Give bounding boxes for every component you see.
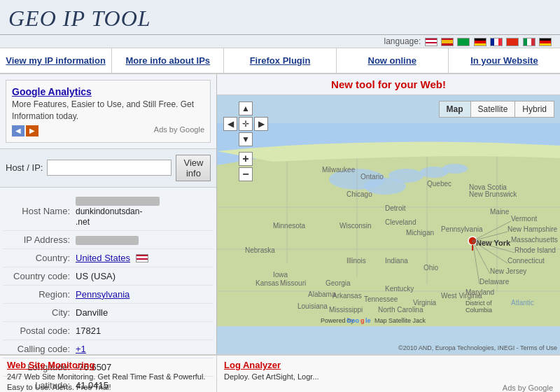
ad-title[interactable]: Google Analytics (12, 86, 204, 97)
svg-text:Nebraska: Nebraska (245, 246, 275, 254)
language-bar: language: (0, 35, 560, 48)
host-ip-row: Host / IP: View info (0, 148, 216, 188)
svg-text:Kentucky: Kentucky (385, 285, 414, 293)
svg-text:Columbia: Columbia (465, 307, 492, 314)
svg-text:Missouri: Missouri (280, 279, 306, 287)
svg-text:Georgia: Georgia (326, 279, 351, 287)
ip-blurred (76, 236, 139, 245)
info-row-country-code: Country code: US (USA) (3, 267, 214, 286)
svg-text:Map  Satellite  Jack: Map Satellite Jack (374, 317, 426, 324)
bottom-right-text: Deploy. Get ArtSight, Logr... (224, 372, 553, 382)
map-type-map-button[interactable]: Map (440, 102, 471, 117)
nav-item-now-online[interactable]: Now online (337, 48, 449, 73)
map-zoom-out-button[interactable]: − (239, 167, 253, 181)
svg-text:Kansas: Kansas (255, 279, 279, 287)
svg-text:Arkansas: Arkansas (332, 292, 362, 300)
language-label: language: (384, 36, 421, 46)
svg-text:Iowa: Iowa (273, 271, 288, 279)
info-row-region: Region: Pennsylvania (3, 286, 214, 304)
info-row-city: City: Danville (3, 304, 214, 322)
map-ctrl-row-zoom2: − (223, 167, 269, 182)
left-panel: Google Analytics More Features, Easier t… (0, 74, 217, 354)
flag-cn-icon[interactable] (506, 38, 519, 46)
view-info-button[interactable]: View info (176, 155, 211, 181)
country-flag-icon (136, 254, 148, 262)
right-panel: New tool for your Web! Map Satellite Hyb… (217, 74, 560, 354)
bottom-left-title[interactable]: Web Site Monitoring (7, 360, 209, 370)
flag-fr-icon[interactable] (490, 38, 503, 46)
hostname-label: Host Name: (6, 206, 76, 216)
svg-point-5 (442, 164, 468, 174)
country-value: United States (76, 253, 148, 263)
map-ctrl-row-1: ▲ (223, 101, 269, 116)
map-container[interactable]: Map Satellite Hybrid ▲ ◀ ✛ ▶ ▼ (217, 95, 560, 354)
flag-br-icon[interactable] (457, 38, 470, 46)
bottom-left: Web Site Monitoring 24/7 Web Site Monito… (0, 356, 217, 392)
map-recenter-button[interactable]: ✛ (239, 117, 253, 131)
svg-text:Massachusetts: Massachusetts (511, 236, 558, 244)
map-zoom-in-button[interactable]: + (239, 152, 253, 166)
map-ctrl-row-zoom: + (223, 151, 269, 167)
main-content: Google Analytics More Features, Easier t… (0, 74, 560, 354)
ad-nav: ◀ ▶ Ads by Google (12, 125, 204, 136)
svg-text:New Jersey: New Jersey (490, 267, 526, 275)
svg-point-3 (388, 169, 424, 183)
svg-text:Vermont: Vermont (511, 215, 537, 223)
ad-prev-button[interactable]: ◀ (12, 125, 24, 136)
nav-item-firefox[interactable]: Firefox Plugin (224, 48, 336, 73)
flag-de2-icon[interactable] (539, 38, 552, 46)
region-link[interactable]: Pennsylvania (76, 289, 130, 300)
svg-text:New Brunswick: New Brunswick (469, 190, 517, 198)
svg-text:le: le (365, 317, 371, 324)
svg-text:Ontario: Ontario (360, 173, 384, 181)
svg-text:New York: New York (476, 239, 511, 247)
svg-text:Delaware: Delaware (479, 278, 510, 286)
bottom-right-title[interactable]: Log Analyzer (224, 360, 553, 370)
svg-text:Detroit: Detroit (385, 204, 406, 212)
calling-value: +1 (76, 344, 86, 354)
map-pan-left-button[interactable]: ◀ (223, 117, 237, 131)
bottom-panel: Web Site Monitoring 24/7 Web Site Monito… (0, 354, 560, 392)
flag-it-icon[interactable] (523, 38, 536, 46)
svg-text:Illinois: Illinois (346, 257, 366, 265)
svg-text:Cleveland: Cleveland (385, 218, 416, 226)
map-pan-up-button[interactable]: ▲ (239, 102, 253, 115)
ip-label: IP Address: (6, 234, 76, 245)
map-ctrl-row-3: ▼ (223, 132, 269, 147)
ad-box: Google Analytics More Features, Easier t… (6, 80, 211, 143)
svg-text:Pennsylvania: Pennsylvania (441, 225, 483, 233)
svg-text:Indiana: Indiana (385, 257, 408, 265)
svg-text:Rhode Island: Rhode Island (514, 246, 556, 254)
country-label: Country: (6, 253, 76, 263)
flag-us-icon[interactable] (425, 38, 438, 46)
bottom-left-text: 24/7 Web Site Monitoring. Get Real Time … (7, 372, 209, 392)
nav-item-in-website[interactable]: In your Website (449, 48, 560, 73)
nav-item-more-info[interactable]: More info about IPs (112, 48, 224, 73)
country-link[interactable]: United States (76, 253, 130, 263)
country-code-label: Country code: (6, 271, 76, 281)
info-row-ip: IP Address: (3, 231, 214, 249)
calling-label: Calling code: (6, 344, 76, 354)
map-pan-right-button[interactable]: ▶ (254, 117, 268, 131)
ip-value (76, 234, 139, 245)
map-controls: ▲ ◀ ✛ ▶ ▼ + (223, 101, 269, 182)
ad-google-text: Ads by Google (154, 125, 204, 136)
calling-link[interactable]: +1 (76, 344, 86, 354)
postal-value: 17821 (76, 326, 101, 336)
svg-text:Atlantic: Atlantic (511, 299, 534, 307)
host-ip-input[interactable] (47, 160, 172, 176)
map-type-hybrid-button[interactable]: Hybrid (515, 102, 554, 117)
map-type-buttons: Map Satellite Hybrid (439, 101, 554, 118)
bottom-right: Log Analyzer Deploy. Get ArtSight, Logr.… (217, 356, 560, 392)
info-row-postal: Postal code: 17821 (3, 322, 214, 340)
city-value: Danville (76, 307, 108, 318)
flag-de-icon[interactable] (474, 38, 486, 46)
map-pan-down-button[interactable]: ▼ (239, 132, 253, 146)
ad-next-button[interactable]: ▶ (26, 125, 38, 136)
hostname-blurred (76, 197, 160, 206)
map-type-satellite-button[interactable]: Satellite (471, 102, 516, 117)
flag-es-icon[interactable] (441, 38, 454, 46)
svg-text:Alabama: Alabama (308, 290, 336, 298)
nav-item-my-ip[interactable]: View my IP information (0, 48, 112, 73)
region-value: Pennsylvania (76, 289, 130, 300)
